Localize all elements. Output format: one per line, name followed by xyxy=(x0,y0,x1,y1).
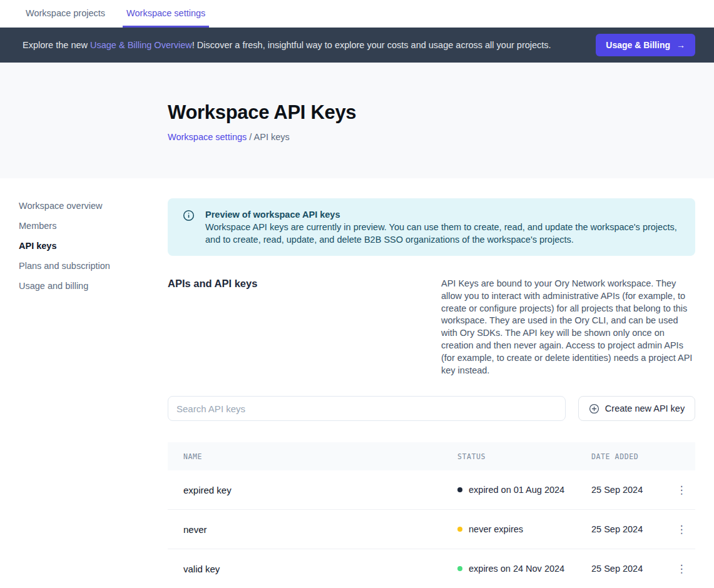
api-key-status: expires on 24 Nov 2024 xyxy=(457,564,591,574)
api-keys-section: APIs and API keys API Keys are bound to … xyxy=(168,278,695,377)
create-api-key-button-label: Create new API key xyxy=(605,403,685,413)
usage-billing-button[interactable]: Usage & Billing → xyxy=(596,34,695,56)
api-key-name: expired key xyxy=(168,485,457,495)
tab-workspace-settings[interactable]: Workspace settings xyxy=(123,0,209,28)
status-label: never expires xyxy=(469,524,523,534)
section-heading: APIs and API keys xyxy=(168,278,441,377)
api-key-date-added: 25 Sep 2024 xyxy=(591,524,673,534)
usage-billing-overview-link[interactable]: Usage & Billing Overview xyxy=(90,40,192,50)
sidebar-item-workspace-overview[interactable]: Workspace overview xyxy=(19,200,155,211)
content-area: Workspace overview Members API keys Plan… xyxy=(0,178,714,588)
arrow-right-icon: → xyxy=(676,40,685,50)
top-tab-bar: Workspace projects Workspace settings xyxy=(0,0,714,28)
alert-body: Workspace API keys are currently in prev… xyxy=(205,221,680,246)
status-label: expired on 01 Aug 2024 xyxy=(469,485,564,495)
sidebar-item-members[interactable]: Members xyxy=(19,220,155,231)
alert-content: Preview of workspace API keys Workspace … xyxy=(205,208,680,246)
tab-workspace-projects[interactable]: Workspace projects xyxy=(22,0,109,28)
api-keys-toolbar: Create new API key xyxy=(168,396,695,421)
page-title: Workspace API Keys xyxy=(168,101,695,124)
create-api-key-button[interactable]: Create new API key xyxy=(578,396,695,421)
api-key-status: never expires xyxy=(457,524,591,534)
column-header-name: NAME xyxy=(168,452,457,461)
settings-sidebar: Workspace overview Members API keys Plan… xyxy=(0,178,168,588)
sidebar-item-usage-and-billing[interactable]: Usage and billing xyxy=(19,280,155,291)
kebab-menu-icon[interactable]: ⋮ xyxy=(673,560,690,577)
section-description: API Keys are bound to your Ory Network w… xyxy=(441,278,695,377)
status-dot-icon xyxy=(457,487,462,492)
column-header-date-added: DATE ADDED xyxy=(591,452,673,461)
breadcrumb-separator: / xyxy=(247,132,253,142)
status-dot-icon xyxy=(457,566,462,571)
api-key-status: expired on 01 Aug 2024 xyxy=(457,485,591,495)
api-keys-table: NAME STATUS DATE ADDED expired key expir… xyxy=(168,442,695,588)
info-circle-icon xyxy=(183,210,195,246)
usage-billing-banner: Explore the new Usage & Billing Overview… xyxy=(0,28,714,63)
usage-billing-button-label: Usage & Billing xyxy=(606,40,670,50)
alert-title: Preview of workspace API keys xyxy=(205,208,680,221)
sidebar-item-plans-and-subscription[interactable]: Plans and subscription xyxy=(19,260,155,271)
table-header-row: NAME STATUS DATE ADDED xyxy=(168,442,695,470)
preview-info-alert: Preview of workspace API keys Workspace … xyxy=(168,198,695,256)
table-row: never never expires 25 Sep 2024 ⋮ xyxy=(168,510,695,549)
banner-message: Explore the new Usage & Billing Overview… xyxy=(23,40,551,50)
kebab-menu-icon[interactable]: ⋮ xyxy=(673,520,690,538)
status-label: expires on 24 Nov 2024 xyxy=(469,564,564,574)
kebab-menu-icon[interactable]: ⋮ xyxy=(673,481,690,499)
breadcrumb: Workspace settings / API keys xyxy=(168,132,695,142)
api-key-date-added: 25 Sep 2024 xyxy=(591,564,673,574)
main-panel: Preview of workspace API keys Workspace … xyxy=(168,178,695,588)
plus-circle-icon xyxy=(589,403,599,414)
sidebar-item-api-keys[interactable]: API keys xyxy=(19,240,155,251)
api-key-name: valid key xyxy=(168,564,457,574)
api-key-name: never xyxy=(168,524,457,535)
search-input[interactable] xyxy=(168,396,566,421)
table-row: valid key expires on 24 Nov 2024 25 Sep … xyxy=(168,549,695,588)
api-key-date-added: 25 Sep 2024 xyxy=(591,485,673,495)
table-row: expired key expired on 01 Aug 2024 25 Se… xyxy=(168,470,695,510)
page-header: Workspace API Keys Workspace settings / … xyxy=(0,63,714,178)
banner-text-before: Explore the new xyxy=(23,40,90,50)
banner-text-after: ! Discover a fresh, insightful way to ex… xyxy=(192,40,551,50)
breadcrumb-workspace-settings-link[interactable]: Workspace settings xyxy=(168,132,247,142)
breadcrumb-current: API keys xyxy=(254,132,290,142)
column-header-status: STATUS xyxy=(457,452,591,461)
status-dot-icon xyxy=(457,527,462,532)
